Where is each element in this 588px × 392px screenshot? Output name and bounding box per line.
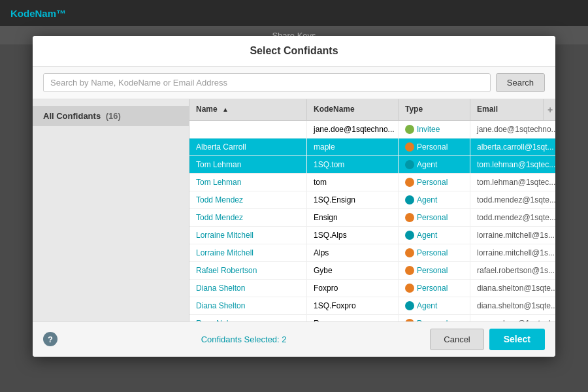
table-scroll[interactable]: jane.doe@1sqtechno... Invitee jane.doe@1… (189, 121, 555, 321)
cancel-button[interactable]: Cancel (430, 329, 483, 350)
type-label: Agent (417, 301, 437, 310)
type-badge: Personal (405, 248, 448, 257)
type-badge: Agent (405, 231, 437, 240)
type-icon (405, 142, 414, 152)
table-panel: Name ▲ KodeName Type Email + jane.doe@1s… (189, 99, 555, 321)
cell-name: Tom Lehman (189, 174, 307, 191)
type-icon (405, 284, 414, 293)
select-button[interactable]: Select (489, 329, 545, 350)
type-badge: Personal (405, 142, 448, 152)
table-row[interactable]: Tom Lehman 1SQ.tom Agent tom.lehman@1sqt… (189, 156, 555, 174)
email-text: diana.shelton@1sqte... (477, 284, 555, 293)
type-label: Agent (417, 195, 437, 204)
type-badge: Personal (405, 178, 448, 187)
cell-name: Alberta Carroll (189, 139, 307, 155)
name-link[interactable]: Alberta Carroll (196, 142, 246, 152)
type-label: Personal (417, 319, 448, 321)
type-badge: Personal (405, 284, 448, 293)
type-icon (405, 160, 414, 169)
th-name: Name ▲ (189, 99, 307, 120)
email-text: todd.mendez@1sqte... (477, 195, 555, 204)
email-text: alberta.carroll@1sqt... (477, 142, 554, 152)
th-kodename: KodeName (307, 99, 399, 120)
cell-name: Diana Shelton (189, 280, 307, 297)
type-label: Personal (417, 266, 448, 275)
type-badge: Agent (405, 160, 437, 169)
table-row[interactable]: Diana Shelton 1SQ.Foxpro Agent diana.she… (189, 297, 555, 315)
table-rows-container: jane.doe@1sqtechno... Invitee jane.doe@1… (189, 121, 555, 321)
name-link[interactable]: Rafael Robertson (196, 266, 257, 275)
cell-kodename: Alps (307, 244, 399, 261)
modal-title: Select Confidants (33, 36, 555, 67)
type-icon (405, 213, 414, 222)
table-row[interactable]: Todd Mendez Ensign Personal todd.mendez@… (189, 209, 555, 227)
modal-footer: ? Confidants Selected: 2 Cancel Select (33, 321, 555, 357)
cell-kodename: 1SQ.tom (307, 156, 399, 173)
name-link[interactable]: Tom Lehman (196, 160, 241, 169)
type-icon (405, 319, 414, 321)
email-text: rosa.nelson@1sqtech... (477, 319, 555, 321)
cell-name: Diana Shelton (189, 297, 307, 314)
cell-kodename: 1SQ.Alps (307, 227, 399, 244)
table-row[interactable]: Rosa Nelson Rosa Personal rosa.nelson@1s… (189, 315, 555, 321)
name-link[interactable]: Diana Shelton (196, 301, 245, 310)
email-text: todd.mendez@1sqte... (477, 213, 555, 222)
cell-email: alberta.carroll@1sqt... (470, 139, 555, 155)
cell-kodename: Ensign (307, 209, 399, 226)
cell-name: Rosa Nelson (189, 315, 307, 321)
selected-count: Confidants Selected: 2 (201, 335, 287, 344)
cell-type: Agent (399, 191, 470, 208)
th-email: Email (470, 99, 544, 120)
cell-email: todd.mendez@1sqte... (470, 209, 555, 226)
sidebar-item-all-confidants[interactable]: All Confidants (16) (33, 106, 189, 126)
cell-kodename: Gybe (307, 262, 399, 279)
table-row[interactable]: Tom Lehman tom Personal tom.lehman@1sqte… (189, 174, 555, 191)
cell-email: rosa.nelson@1sqtech... (470, 315, 555, 321)
name-link[interactable]: Rosa Nelson (196, 319, 241, 321)
cell-type: Agent (399, 297, 470, 314)
name-link[interactable]: Lorraine Mitchell (196, 248, 253, 257)
name-link[interactable]: Todd Mendez (196, 213, 243, 222)
cell-kodename: maple (307, 139, 399, 155)
name-link[interactable]: Lorraine Mitchell (196, 231, 253, 240)
type-badge: Personal (405, 319, 448, 321)
table-row[interactable]: Lorraine Mitchell Alps Personal lorraine… (189, 244, 555, 262)
table-row[interactable]: jane.doe@1sqtechno... Invitee jane.doe@1… (189, 121, 555, 139)
type-badge: Personal (405, 266, 448, 275)
select-confidants-modal: Select Confidants Search All Confidants … (33, 36, 555, 357)
table-row[interactable]: Todd Mendez 1SQ.Ensign Agent todd.mendez… (189, 191, 555, 209)
email-text: jane.doe@1sqtechno... (477, 125, 555, 134)
table-row[interactable]: Rafael Robertson Gybe Personal rafael.ro… (189, 262, 555, 280)
search-input[interactable] (43, 73, 491, 92)
search-button[interactable]: Search (496, 73, 545, 92)
name-link[interactable]: Todd Mendez (196, 195, 243, 204)
sidebar-panel: All Confidants (16) (33, 99, 189, 321)
th-type: Type (399, 99, 470, 120)
type-label: Personal (417, 178, 448, 187)
type-icon (405, 195, 414, 204)
modal-body: All Confidants (16) Name ▲ KodeName Type… (33, 99, 555, 321)
cell-type: Personal (399, 315, 470, 321)
type-label: Personal (417, 284, 448, 293)
table-row[interactable]: Alberta Carroll maple Personal alberta.c… (189, 139, 555, 156)
search-bar: Search (33, 67, 555, 99)
sidebar-item-label: All Confidants (43, 111, 101, 121)
cell-email: lorraine.mitchell@1s... (470, 227, 555, 244)
table-row[interactable]: Diana Shelton Foxpro Personal diana.shel… (189, 280, 555, 297)
cell-type: Agent (399, 227, 470, 244)
cell-type: Invitee (399, 121, 470, 138)
type-icon (405, 231, 414, 240)
cell-kodename: jane.doe@1sqtechno... (307, 121, 399, 138)
modal-backdrop: Select Confidants Search All Confidants … (0, 0, 588, 392)
name-link[interactable]: Tom Lehman (196, 178, 241, 187)
type-label: Personal (417, 248, 448, 257)
table-row[interactable]: Lorraine Mitchell 1SQ.Alps Agent lorrain… (189, 227, 555, 244)
type-badge: Agent (405, 301, 437, 310)
help-icon[interactable]: ? (43, 332, 57, 346)
type-icon (405, 301, 414, 310)
cell-name: Todd Mendez (189, 209, 307, 226)
name-link[interactable]: Diana Shelton (196, 284, 245, 293)
type-label: Invitee (417, 125, 440, 134)
cell-email: tom.lehman@1sqtec... (470, 156, 555, 173)
cell-type: Agent (399, 156, 470, 173)
